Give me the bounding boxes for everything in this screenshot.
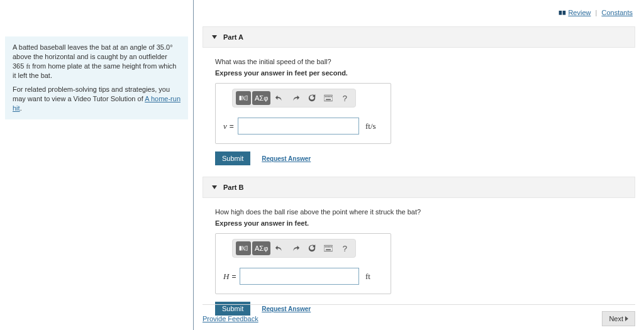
keyboard-button[interactable] <box>321 241 335 255</box>
part-a-submit-button[interactable]: Submit <box>215 151 250 165</box>
svg-rect-9 <box>331 96 332 97</box>
reset-button[interactable] <box>305 91 319 105</box>
svg-rect-15 <box>326 246 328 248</box>
part-b-input-row: H = ft <box>216 268 391 285</box>
templates-button[interactable] <box>236 241 251 255</box>
part-b-variable: H <box>223 272 229 282</box>
svg-rect-3 <box>246 96 247 101</box>
problem-paragraph-2: For related problem-solving tips and str… <box>13 85 180 113</box>
reset-button[interactable] <box>305 241 319 255</box>
part-b-toolbar: ΑΣφ ? <box>232 239 356 258</box>
svg-rect-11 <box>240 246 242 251</box>
svg-rect-14 <box>325 246 326 248</box>
chevron-right-icon <box>625 316 628 321</box>
svg-rect-0 <box>559 11 562 15</box>
svg-rect-18 <box>331 246 332 248</box>
next-button[interactable]: Next <box>602 311 635 326</box>
redo-button[interactable] <box>289 91 303 105</box>
part-a-request-answer-link[interactable]: Request Answer <box>262 155 311 162</box>
problem-text: from home plate at the same height from … <box>13 62 177 79</box>
svg-rect-17 <box>330 246 331 248</box>
undo-button[interactable] <box>272 241 286 255</box>
svg-rect-6 <box>326 96 328 97</box>
templates-button[interactable] <box>236 91 251 105</box>
svg-rect-16 <box>328 246 330 248</box>
degree-symbol: ° <box>170 43 172 51</box>
chevron-down-icon <box>212 185 217 189</box>
part-a-block: Part A What was the initial speed of the… <box>203 26 635 170</box>
part-a-unit: ft/s <box>365 121 383 131</box>
part-a-header[interactable]: Part A <box>203 26 635 48</box>
top-links-row: Review | Constants <box>203 0 635 20</box>
bottom-row: Provide Feedback Next <box>203 304 635 326</box>
next-label: Next <box>609 315 623 322</box>
svg-rect-5 <box>325 96 326 97</box>
part-a-title: Part A <box>223 33 243 41</box>
part-b-title: Part B <box>223 184 243 191</box>
svg-rect-10 <box>326 99 331 101</box>
part-b-body: How high does the ball rise above the po… <box>203 198 635 321</box>
help-button[interactable]: ? <box>338 241 352 255</box>
equals-sign: = <box>231 272 236 281</box>
svg-rect-7 <box>328 96 330 97</box>
chevron-down-icon <box>212 35 217 39</box>
svg-rect-19 <box>326 250 331 251</box>
part-a-answer-box: ΑΣφ ? <box>215 83 391 144</box>
part-a-input[interactable] <box>238 118 359 135</box>
part-a-question: What was the initial speed of the ball? <box>215 58 623 65</box>
help-button[interactable]: ? <box>338 91 352 105</box>
undo-button[interactable] <box>272 91 286 105</box>
part-b-unit: ft <box>365 272 383 282</box>
svg-rect-12 <box>246 246 247 251</box>
redo-button[interactable] <box>289 241 303 255</box>
book-icon <box>558 9 566 14</box>
part-b-question: How high does the ball rise above the po… <box>215 208 623 216</box>
greek-button[interactable]: ΑΣφ <box>252 91 270 105</box>
svg-rect-1 <box>563 11 566 15</box>
svg-rect-13 <box>324 245 333 251</box>
part-b-input[interactable] <box>240 268 359 285</box>
part-a-input-row: v = ft/s <box>216 118 391 135</box>
problem-paragraph-1: A batted baseball leaves the bat at an a… <box>13 43 180 80</box>
part-a-body: What was the initial speed of the ball? … <box>203 48 635 170</box>
part-b-block: Part B How high does the ball rise above… <box>203 177 635 321</box>
keyboard-button[interactable] <box>321 91 335 105</box>
constants-link[interactable]: Constants <box>601 9 633 16</box>
part-b-header[interactable]: Part B <box>203 177 635 198</box>
problem-text: . <box>20 104 22 112</box>
svg-rect-2 <box>240 96 242 101</box>
problem-text: A batted baseball leaves the bat at an a… <box>13 43 170 51</box>
main-content: Review | Constants Part A What was the i… <box>194 0 644 330</box>
equals-sign: = <box>230 122 234 131</box>
svg-rect-4 <box>324 95 333 101</box>
separator: | <box>593 9 600 16</box>
part-b-instruction: Express your answer in feet. <box>215 219 623 227</box>
greek-button[interactable]: ΑΣφ <box>252 241 270 255</box>
part-a-variable: v <box>223 121 227 131</box>
part-a-toolbar: ΑΣφ ? <box>232 89 356 107</box>
part-a-actions: Submit Request Answer <box>215 151 623 165</box>
provide-feedback-link[interactable]: Provide Feedback <box>203 315 258 322</box>
problem-statement: A batted baseball leaves the bat at an a… <box>5 36 188 119</box>
problem-sidebar: A batted baseball leaves the bat at an a… <box>0 0 194 330</box>
part-b-answer-box: ΑΣφ ? <box>215 233 391 294</box>
part-a-instruction: Express your answer in feet per second. <box>215 69 623 77</box>
review-link[interactable]: Review <box>568 9 591 16</box>
svg-rect-8 <box>330 96 331 97</box>
